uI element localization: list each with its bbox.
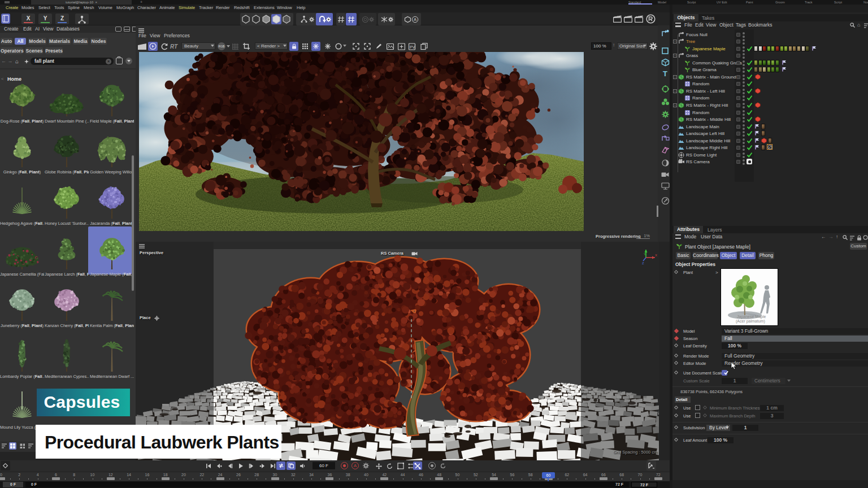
svg-text:Y: Y: [644, 252, 646, 256]
svg-text:X: X: [655, 254, 657, 257]
svg-text:PV: PV: [410, 45, 415, 49]
svg-text:Z: Z: [642, 262, 644, 265]
svg-text:(Acer palmatum): (Acer palmatum): [736, 319, 765, 324]
svg-text:Japanese Maple: Japanese Maple: [737, 315, 766, 319]
svg-text:A: A: [414, 17, 416, 22]
